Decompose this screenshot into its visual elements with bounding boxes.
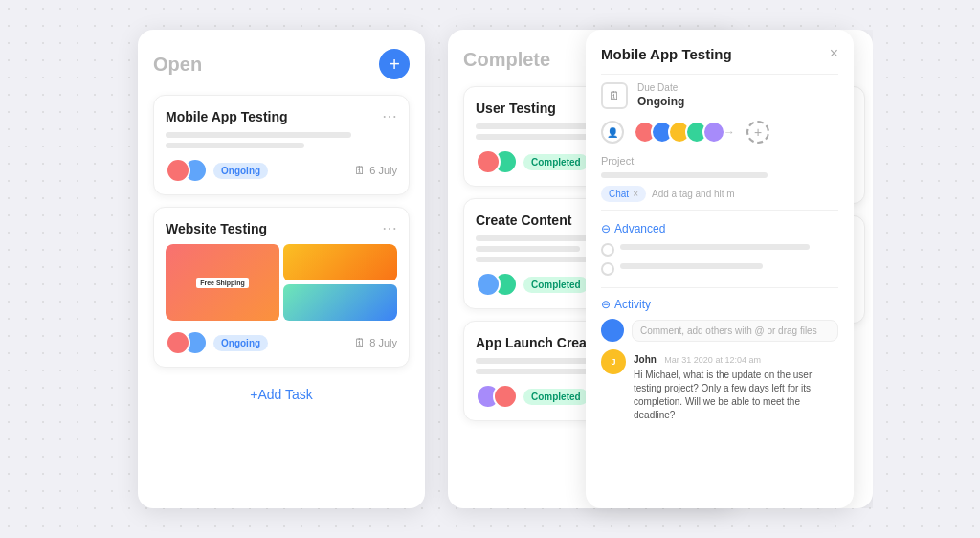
comment-time: Mar 31 2020 at 12:04 am (664, 355, 761, 365)
image-block-2 (283, 244, 397, 280)
image-block-3 (283, 284, 397, 321)
due-date-value: Ongoing (637, 95, 684, 108)
calendar-icon: 🗓 (354, 336, 366, 349)
task-card-mobile-app[interactable]: Mobile App Testing ⋯ Ongoing (153, 95, 410, 195)
check-circle (601, 243, 614, 257)
task-avatars (476, 149, 510, 174)
add-assignee-button[interactable]: + (746, 121, 769, 144)
avatar (476, 149, 501, 174)
due-date-label: Due Date (637, 82, 684, 93)
free-shipping-label: Free Shipping (196, 278, 249, 288)
add-task-link[interactable]: +Add Task (153, 379, 410, 410)
activity-label: Activity (614, 298, 651, 311)
status-badge: Completed (523, 389, 589, 405)
tag-remove-icon[interactable]: × (633, 189, 638, 199)
status-badge: Ongoing (213, 335, 268, 351)
task-title-mobile-app: Mobile App Testing (166, 109, 288, 124)
task-title-create-content: Create Content (476, 213, 571, 228)
chevron-icon: ⊖ (601, 222, 611, 235)
comment-body: John Mar 31 2020 at 12:04 am Hi Michael,… (634, 349, 838, 422)
project-row: Project Chat × Add a tag and hit m (601, 155, 838, 202)
due-date-row: 🗓 Due Date Ongoing (601, 82, 838, 109)
card-menu-icon[interactable]: ⋯ (382, 109, 397, 124)
advanced-section: ⊖ Advanced (601, 222, 838, 276)
comment-input[interactable]: Comment, add others with @ or drag files (632, 320, 838, 342)
task-title-user-testing: User Testing (476, 101, 556, 116)
card-menu-icon[interactable]: ⋯ (382, 221, 397, 236)
adv-line (620, 263, 763, 269)
advanced-toggle[interactable]: ⊖ Advanced (601, 222, 838, 235)
divider (601, 287, 838, 288)
comment-row: J John Mar 31 2020 at 12:04 am Hi Michae… (601, 349, 838, 422)
chevron-icon: ⊖ (601, 298, 611, 311)
check-circle (601, 262, 614, 276)
tag-area: Chat × Add a tag and hit m (601, 186, 838, 202)
commenter-avatar: J (601, 349, 626, 374)
image-block-1: Free Shipping (166, 244, 279, 321)
add-tag-input[interactable]: Add a tag and hit m (652, 189, 735, 199)
activity-toggle[interactable]: ⊖ Activity (601, 298, 838, 311)
assignee-avatars: → + (634, 121, 769, 144)
open-column: Open + Mobile App Testing ⋯ (138, 30, 425, 508)
task-line (166, 132, 351, 138)
close-button[interactable]: × (830, 45, 838, 62)
person-icon: 👤 (601, 121, 624, 144)
adv-check-2 (601, 262, 838, 276)
project-label: Project (601, 155, 838, 167)
task-image-area: Free Shipping (166, 244, 397, 321)
assignees-row: 👤 → + (601, 121, 838, 144)
avatar (476, 272, 501, 297)
avatar (166, 330, 190, 355)
task-avatars (166, 158, 200, 183)
adv-line (620, 244, 810, 250)
open-column-header: Open + (153, 49, 410, 79)
status-badge: Completed (523, 277, 589, 293)
task-date: 🗓 6 July (354, 164, 397, 177)
task-avatars (166, 330, 200, 355)
calendar-icon: 🗓 (354, 164, 366, 177)
task-date: 🗓 8 July (354, 336, 397, 349)
task-line (476, 246, 580, 252)
detail-panel: Mobile App Testing × 🗓 Due Date Ongoing … (586, 30, 854, 508)
detail-panel-header: Mobile App Testing × (601, 45, 838, 62)
tag-label: Chat (609, 189, 629, 199)
tag-item[interactable]: Chat × (601, 186, 646, 202)
comment-text: Hi Michael, what is the update on the us… (634, 369, 838, 422)
current-user-avatar (601, 319, 624, 342)
avatar (166, 158, 190, 183)
complete-column-title: Complete (463, 49, 550, 71)
divider (601, 210, 838, 211)
task-title-website: Website Testing (166, 221, 267, 236)
adv-check-1 (601, 243, 838, 257)
activity-input-row: Comment, add others with @ or drag files (601, 319, 838, 342)
detail-panel-title: Mobile App Testing (601, 46, 732, 62)
activity-section: ⊖ Activity Comment, add others with @ or… (601, 298, 838, 422)
open-column-title: Open (153, 54, 202, 76)
status-badge: Ongoing (213, 163, 268, 179)
commenter-name: John (634, 354, 657, 365)
task-avatars (476, 384, 510, 409)
calendar-icon: 🗓 (601, 82, 628, 109)
arrow-icon: → (724, 125, 735, 139)
advanced-label: Advanced (614, 222, 665, 235)
status-badge: Completed (523, 154, 589, 170)
avatar (493, 384, 518, 409)
project-line (601, 172, 768, 178)
task-line (166, 143, 304, 148)
divider (601, 74, 838, 75)
assignee-avatar (702, 121, 725, 144)
task-avatars (476, 272, 510, 297)
task-card-website[interactable]: Website Testing ⋯ Free Shipping (153, 207, 410, 368)
add-task-button[interactable]: + (379, 49, 410, 79)
